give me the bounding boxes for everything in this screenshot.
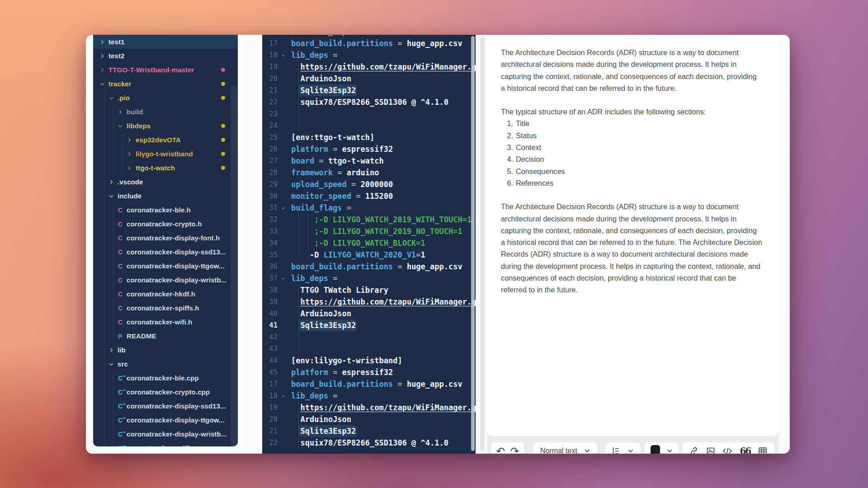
code-text: [env:ttgo-t-watch] [287, 131, 374, 143]
code-line-21[interactable]: 21 Sqlite3Esp32 [262, 84, 476, 96]
code-button[interactable] [722, 447, 732, 454]
code-line-30[interactable]: 30monitor_speed = 115200 [262, 190, 476, 202]
tree-item-tracker[interactable]: tracker [93, 77, 238, 91]
tree-item-test2[interactable]: test2 [93, 49, 238, 63]
code-line-19[interactable]: 19 https://github.com/tzapu/WiFiManager.… [262, 61, 476, 73]
code-line-34[interactable]: 34 ;-D LILYGO_WATCH_BLOCK=1 [262, 237, 476, 249]
modified-dot [221, 152, 225, 156]
fold-chevron-icon[interactable] [279, 394, 287, 399]
tree-item-build[interactable]: build [93, 105, 238, 119]
tree-item-coronatracker-display-ssd13-[interactable]: Ccoronatracker-display-ssd13... [93, 245, 238, 259]
code-line-18[interactable]: 18lib_deps = [262, 49, 476, 61]
line-number: 28 [262, 167, 279, 178]
code-editor-panel[interactable]: lib_deps = 17board_build.partitions = hu… [262, 35, 476, 454]
indent-guide [298, 61, 299, 73]
code-line-43[interactable]: 43 [262, 343, 476, 355]
code-line-22[interactable]: 22 squix78/ESP8266_SSD1306 @ ^4.1.0 [262, 96, 476, 108]
tree-item-test1[interactable]: test1 [93, 35, 238, 49]
code-line-41[interactable]: 41 Sqlite3Esp32 [262, 319, 476, 331]
code-line-17[interactable]: 17board_build.partitions = huge_app.csv [262, 378, 476, 390]
fold-chevron-icon[interactable] [279, 206, 287, 211]
code-line-33[interactable]: 33 ;-D LILYGO_WATCH_2019_NO_TOUCH=1 [262, 225, 476, 237]
fold-chevron-icon[interactable] [279, 276, 287, 281]
code-text: squix78/ESP8266_SSD1306 @ ^4.1.0 [287, 437, 448, 449]
code-text: ArduinoJson [287, 73, 351, 84]
code-line-42[interactable]: 42 [262, 331, 476, 343]
line-number: 21 [262, 425, 279, 437]
readme-file-icon [117, 333, 124, 340]
redo-button[interactable]: ↷ [510, 446, 519, 454]
tree-item-coronatracker-ble-cpp[interactable]: C++coronatracker-ble.cpp [93, 371, 238, 385]
tree-item-coronatracker-hkdf-h[interactable]: Ccoronatracker-hkdf.h [93, 287, 238, 301]
code-line-26[interactable]: 26platform = espressif32 [262, 143, 476, 155]
quote-button[interactable]: 66 [740, 446, 750, 454]
panel-divider[interactable] [480, 38, 485, 451]
fold-chevron-icon[interactable] [279, 53, 287, 58]
code-line-32[interactable]: 32 ;-D LILYGO_WATCH_2019_WITH_TOUCH=1 [262, 214, 476, 225]
code-line-45[interactable]: 45platform = espressif32 [262, 366, 476, 378]
tree-item-coronatracker-crypto-h[interactable]: Ccoronatracker-crypto.h [93, 217, 238, 231]
tree-item-ttgo-t-watch[interactable]: ttgo-t-watch [93, 161, 238, 175]
code-line-44[interactable]: 44[env:lilygo-t-wristband] [262, 355, 476, 366]
tree-item-label: tracker [108, 80, 132, 88]
tree-item-coronatracker-ble-h[interactable]: Ccoronatracker-ble.h [93, 203, 238, 217]
tree-item-coronatracker-display-ttgow-[interactable]: C++coronatracker-display-ttgow... [93, 413, 238, 427]
code-line-20[interactable]: 20 ArduinoJson [262, 73, 476, 84]
code-line-25[interactable]: 25[env:ttgo-t-watch] [262, 131, 476, 143]
table-button[interactable] [758, 447, 767, 454]
indent-guide [298, 108, 299, 120]
text-color-dropdown[interactable] [644, 442, 679, 454]
code-line-36[interactable]: 36board_build.partitions = huge_app.csv [262, 261, 476, 272]
tree-item--pio[interactable]: .pio [93, 91, 238, 105]
text-style-dropdown[interactable]: Normal text [533, 442, 598, 454]
tree-item--vscode[interactable]: .vscode [93, 175, 238, 189]
tree-item-coronatracker-spiffs-h[interactable]: Ccoronatracker-spiffs.h [93, 301, 238, 315]
code-line-38[interactable]: 38 TTGO TWatch Library [262, 284, 476, 296]
code-line-17[interactable]: 17board_build.partitions = huge_app.csv [262, 38, 476, 49]
tree-item-libdeps[interactable]: libdeps [93, 119, 238, 133]
code-line-37[interactable]: 37lib_deps = [262, 272, 476, 284]
text-color-swatch [651, 445, 660, 454]
code-line-22[interactable]: 22 squix78/ESP8266_SSD1306 @ ^4.1.0 [262, 437, 476, 449]
tree-item-esp32devota[interactable]: esp32devOTA [93, 133, 238, 147]
tree-item-coronatracker-display-ssd13-[interactable]: C++coronatracker-display-ssd13... [93, 399, 238, 413]
tree-item-coronatracker-crypto-cpp[interactable]: C++coronatracker-crypto.cpp [93, 385, 238, 399]
indent-guide [298, 319, 299, 331]
tree-item-coronatracker-display-ttgow-[interactable]: Ccoronatracker-display-ttgow... [93, 259, 238, 273]
code-line-40[interactable]: 40 ArduinoJson [262, 308, 476, 319]
code-text: Sqlite3Esp32 [287, 319, 356, 331]
tree-item-include[interactable]: include [93, 189, 238, 203]
document-content[interactable]: The Architecture Decision Records (ADR) … [487, 35, 778, 436]
tree-item-readme[interactable]: README [93, 329, 238, 343]
adr-numbered-list: 1.Title2.Status3.Context4.Decision5.Cons… [501, 117, 762, 189]
code-text: platform = espressif32 [287, 143, 393, 155]
code-line-24[interactable]: 24 [262, 120, 476, 131]
code-line-35[interactable]: 35 -D LILYGO_WATCH_2020_V1=1 [262, 249, 476, 261]
list-style-dropdown[interactable] [605, 442, 641, 454]
code-line-29[interactable]: 29upload_speed = 2000000 [262, 178, 476, 190]
undo-button[interactable]: ↶ [496, 446, 505, 454]
tree-item-coronatracker-spiffs-cpp[interactable]: C++coronatracker-spiffs.cpp [93, 441, 238, 446]
tree-item-coronatracker-display-font-h[interactable]: Ccoronatracker-display-font.h [93, 231, 238, 245]
code-line-20[interactable]: 20 ArduinoJson [262, 413, 476, 425]
tree-item-coronatracker-display-wristb-[interactable]: Ccoronatracker-display-wristb... [93, 273, 238, 287]
code-line-23[interactable]: 23 [262, 108, 476, 120]
tree-item-ttgo-t-wristband-master[interactable]: TTGO-T-Wristband-master [93, 63, 238, 77]
code-line-39[interactable]: 39 https://github.com/tzapu/WiFiManager.… [262, 296, 476, 308]
code-line-19[interactable]: 19 https://github.com/tzapu/WiFiManager.… [262, 402, 476, 413]
tree-item-coronatracker-display-wristb-[interactable]: C++coronatracker-display-wristb... [93, 427, 238, 441]
tree-item-src[interactable]: src [93, 357, 238, 371]
image-button[interactable] [706, 446, 715, 454]
tree-item-lilygo-t-wristband[interactable]: lilygo-t-wristband [93, 147, 238, 161]
code-line-18[interactable]: 18lib_deps = [262, 390, 476, 402]
editor-scrollbar[interactable] [471, 36, 475, 451]
sidebar-scrollbar[interactable] [231, 85, 237, 446]
tree-item-lib[interactable]: lib [93, 343, 238, 357]
link-button[interactable] [689, 446, 698, 454]
code-line-31[interactable]: 31build_flags = [262, 202, 476, 214]
code-line-21[interactable]: 21 Sqlite3Esp32 [262, 425, 476, 437]
code-line-28[interactable]: 28framework = arduino [262, 167, 476, 178]
tree-item-coronatracker-wifi-h[interactable]: Ccoronatracker-wifi.h [93, 315, 238, 329]
tree-item-label: coronatracker-crypto.cpp [127, 388, 210, 396]
code-line-27[interactable]: 27board = ttgo-t-watch [262, 155, 476, 167]
